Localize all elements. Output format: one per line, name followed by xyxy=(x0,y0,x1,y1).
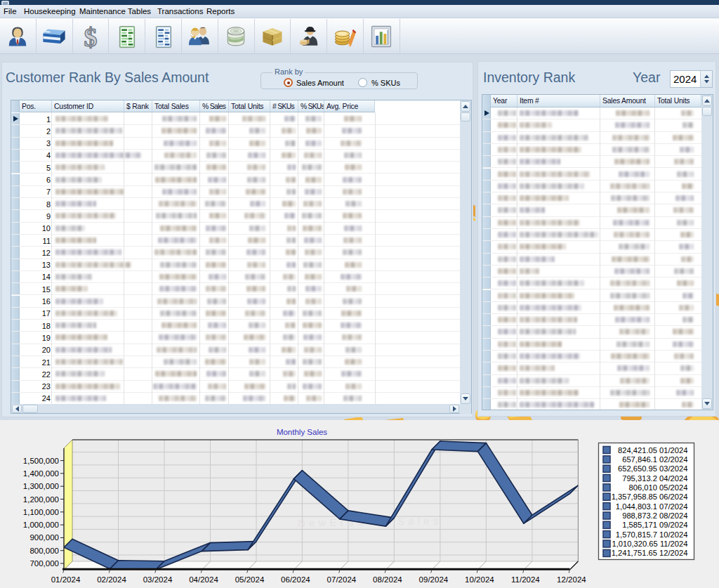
svg-text:02/2024: 02/2024 xyxy=(97,575,126,584)
svg-text:Monthly Sales: Monthly Sales xyxy=(277,428,327,436)
svg-text:806,010 05/2024: 806,010 05/2024 xyxy=(629,483,688,492)
svg-text:1,300,000: 1,300,000 xyxy=(23,482,59,490)
svg-text:09/2024: 09/2024 xyxy=(419,575,449,584)
svg-text:1,570,815.7 10/2024: 1,570,815.7 10/2024 xyxy=(616,530,688,539)
svg-text:1,010,320.65 11/2024: 1,010,320.65 11/2024 xyxy=(612,540,687,548)
svg-text:652,650.95 03/2024: 652,650.95 03/2024 xyxy=(618,464,688,473)
svg-text:08/2024: 08/2024 xyxy=(373,575,402,584)
svg-text:657,846.1 02/2024: 657,846.1 02/2024 xyxy=(622,455,687,464)
svg-text:10/2024: 10/2024 xyxy=(465,575,494,584)
svg-text:1,044,803.1 07/2024: 1,044,803.1 07/2024 xyxy=(616,502,688,511)
svg-text:05/2024: 05/2024 xyxy=(235,575,265,584)
svg-text:1,200,000: 1,200,000 xyxy=(23,495,59,504)
svg-text:988,873.2 08/2024: 988,873.2 08/2024 xyxy=(622,511,687,520)
svg-text:795,313.2 04/2024: 795,313.2 04/2024 xyxy=(622,474,687,483)
svg-text:900,000: 900,000 xyxy=(29,533,59,542)
svg-text:12/2024: 12/2024 xyxy=(557,575,586,584)
svg-text:11/2024: 11/2024 xyxy=(511,575,540,584)
svg-text:03/2024: 03/2024 xyxy=(143,575,173,584)
svg-text:700,000: 700,000 xyxy=(29,559,59,568)
svg-text:1,000,000: 1,000,000 xyxy=(23,521,59,529)
svg-text:1,500,000: 1,500,000 xyxy=(23,457,59,465)
svg-text:1,585,171 09/2024: 1,585,171 09/2024 xyxy=(622,521,687,529)
svg-text:1,400,000: 1,400,000 xyxy=(23,469,59,478)
svg-text:04/2024: 04/2024 xyxy=(189,575,218,584)
svg-text:07/2024: 07/2024 xyxy=(327,575,357,584)
svg-text:1,100,000: 1,100,000 xyxy=(23,508,59,516)
svg-text:824,421.05 01/2024: 824,421.05 01/2024 xyxy=(618,446,688,455)
svg-text:800,000: 800,000 xyxy=(29,547,59,555)
svg-text:1,357,958.85 06/2024: 1,357,958.85 06/2024 xyxy=(612,492,688,501)
svg-text:06/2024: 06/2024 xyxy=(281,575,310,584)
svg-text:1,241,751.65 12/2024: 1,241,751.65 12/2024 xyxy=(612,549,688,557)
svg-text:01/2024: 01/2024 xyxy=(51,575,81,584)
svg-text:$: $ xyxy=(84,23,97,50)
